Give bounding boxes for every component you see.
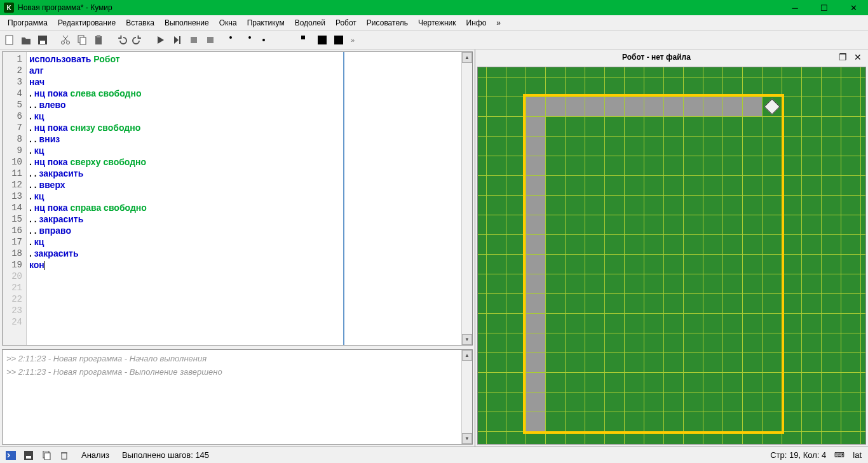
console-scrollbar[interactable]: ▲ ▼ bbox=[461, 350, 472, 444]
painted-cell bbox=[526, 97, 545, 116]
menu-»[interactable]: » bbox=[491, 17, 506, 29]
toolbar-overflow[interactable]: » bbox=[351, 36, 355, 44]
code-line[interactable]: . нц пока сверху свободно bbox=[29, 156, 341, 168]
keyboard-icon[interactable]: ⌨ bbox=[832, 449, 846, 462]
group-icon[interactable] bbox=[226, 33, 240, 47]
svg-point-14 bbox=[229, 36, 232, 39]
code-line[interactable] bbox=[29, 316, 341, 328]
svg-rect-33 bbox=[318, 36, 327, 44]
scroll-up-icon[interactable]: ▲ bbox=[462, 350, 472, 361]
robot-add-icon[interactable] bbox=[332, 33, 346, 47]
step-icon[interactable] bbox=[170, 33, 184, 47]
arena-icon[interactable] bbox=[315, 33, 329, 47]
line-number: 16 bbox=[3, 225, 26, 236]
code-line[interactable]: . кц bbox=[29, 111, 341, 122]
code-line[interactable] bbox=[29, 282, 341, 293]
stop1-icon[interactable] bbox=[187, 33, 201, 47]
code-line[interactable]: . . закрасить bbox=[29, 213, 341, 225]
analysis-label[interactable]: Анализ bbox=[75, 450, 116, 460]
code-line[interactable]: . закрасить bbox=[29, 248, 341, 259]
code-line[interactable] bbox=[29, 305, 341, 316]
new-icon[interactable] bbox=[3, 33, 17, 47]
code-token: закрасить bbox=[39, 214, 84, 224]
svg-line-5 bbox=[64, 36, 68, 41]
menu-Практикум[interactable]: Практикум bbox=[242, 17, 290, 29]
save-icon[interactable] bbox=[22, 449, 36, 462]
code-line[interactable]: . кц bbox=[29, 236, 341, 248]
node-icon[interactable] bbox=[243, 33, 257, 47]
menu-Робот[interactable]: Робот bbox=[330, 17, 362, 29]
cut-icon[interactable] bbox=[58, 33, 72, 47]
run-icon[interactable] bbox=[154, 33, 168, 47]
code-line[interactable] bbox=[29, 293, 341, 305]
code-line[interactable]: . . влево bbox=[29, 99, 341, 111]
menu-Водолей[interactable]: Водолей bbox=[290, 17, 330, 29]
code-token: . bbox=[29, 237, 34, 247]
code-token: справа свободно bbox=[70, 203, 146, 213]
line-gutter: 123456789101112131415161718192021222324 bbox=[3, 52, 27, 345]
scroll-up-icon[interactable]: ▲ bbox=[462, 52, 472, 63]
output-console[interactable]: >> 2:11:23 - Новая программа - Начало вы… bbox=[2, 349, 473, 445]
code-main-column[interactable]: использовать Роботалгнач. нц пока слева … bbox=[27, 52, 344, 345]
code-line[interactable]: . кц bbox=[29, 191, 341, 202]
undo-icon[interactable] bbox=[114, 33, 128, 47]
scroll-down-icon[interactable]: ▼ bbox=[462, 334, 472, 345]
code-line[interactable]: кон bbox=[29, 259, 341, 271]
code-line[interactable]: . нц пока справа свободно bbox=[29, 202, 341, 213]
lang-indicator[interactable]: lat bbox=[850, 450, 864, 460]
svg-rect-37 bbox=[6, 451, 16, 460]
code-line[interactable]: . . закрасить bbox=[29, 168, 341, 179]
joint-icon[interactable] bbox=[259, 33, 273, 47]
maximize-button[interactable]: ☐ bbox=[810, 0, 839, 15]
code-line[interactable]: . кц bbox=[29, 145, 341, 156]
robot-canvas[interactable] bbox=[477, 67, 866, 445]
wall bbox=[782, 97, 784, 431]
save-icon[interactable] bbox=[36, 33, 50, 47]
menu-Окна[interactable]: Окна bbox=[214, 17, 242, 29]
code-line[interactable]: нач bbox=[29, 76, 341, 88]
open-icon[interactable] bbox=[19, 33, 33, 47]
code-token: вверх bbox=[39, 180, 65, 190]
stop2-icon[interactable] bbox=[203, 33, 217, 47]
close-button[interactable]: ✕ bbox=[839, 0, 868, 15]
code-line[interactable]: использовать Робот bbox=[29, 53, 341, 65]
menu-Вставка[interactable]: Вставка bbox=[121, 17, 159, 29]
robot-restore-button[interactable]: ❐ bbox=[836, 51, 849, 63]
grid-outline-icon[interactable] bbox=[282, 33, 296, 47]
code-line[interactable]: . . вверх bbox=[29, 179, 341, 191]
minimize-button[interactable]: ─ bbox=[780, 0, 810, 15]
menu-Программа[interactable]: Программа bbox=[3, 17, 53, 29]
code-token: кц bbox=[34, 145, 44, 156]
code-token: . . bbox=[29, 100, 39, 110]
code-line[interactable] bbox=[29, 271, 341, 282]
code-line[interactable]: алг bbox=[29, 65, 341, 76]
grid-fill-icon[interactable] bbox=[299, 33, 313, 47]
menu-Редактирование[interactable]: Редактирование bbox=[53, 17, 121, 29]
code-editor[interactable]: 123456789101112131415161718192021222324 … bbox=[2, 51, 473, 346]
robot-close-button[interactable]: ✕ bbox=[851, 51, 864, 63]
code-line[interactable]: . . вправо bbox=[29, 225, 341, 236]
robot-marker[interactable] bbox=[764, 98, 780, 114]
copy-icon[interactable] bbox=[75, 33, 89, 47]
code-line[interactable]: . нц пока снизу свободно bbox=[29, 122, 341, 133]
editor-scrollbar[interactable]: ▲ ▼ bbox=[461, 52, 472, 345]
paste-icon[interactable] bbox=[92, 33, 105, 47]
code-token: . . bbox=[29, 180, 39, 190]
code-token: нц пока bbox=[34, 203, 71, 213]
painted-cell bbox=[566, 97, 585, 116]
scroll-down-icon[interactable]: ▼ bbox=[462, 433, 472, 444]
painted-cell bbox=[723, 97, 742, 116]
menu-Чертежник[interactable]: Чертежник bbox=[413, 17, 461, 29]
menu-Рисователь[interactable]: Рисователь bbox=[362, 17, 413, 29]
terminal-icon[interactable] bbox=[4, 449, 18, 462]
line-number: 5 bbox=[3, 99, 26, 111]
menu-Выполнение[interactable]: Выполнение bbox=[159, 17, 214, 29]
menu-Инфо[interactable]: Инфо bbox=[461, 17, 492, 29]
redo-icon[interactable] bbox=[131, 33, 145, 47]
line-number: 10 bbox=[3, 156, 26, 168]
copy-icon[interactable] bbox=[39, 449, 53, 462]
code-line[interactable]: . . вниз bbox=[29, 133, 341, 145]
code-area[interactable]: использовать Роботалгнач. нц пока слева … bbox=[27, 52, 461, 345]
code-line[interactable]: . нц пока слева свободно bbox=[29, 88, 341, 99]
delete-icon[interactable] bbox=[57, 449, 71, 462]
